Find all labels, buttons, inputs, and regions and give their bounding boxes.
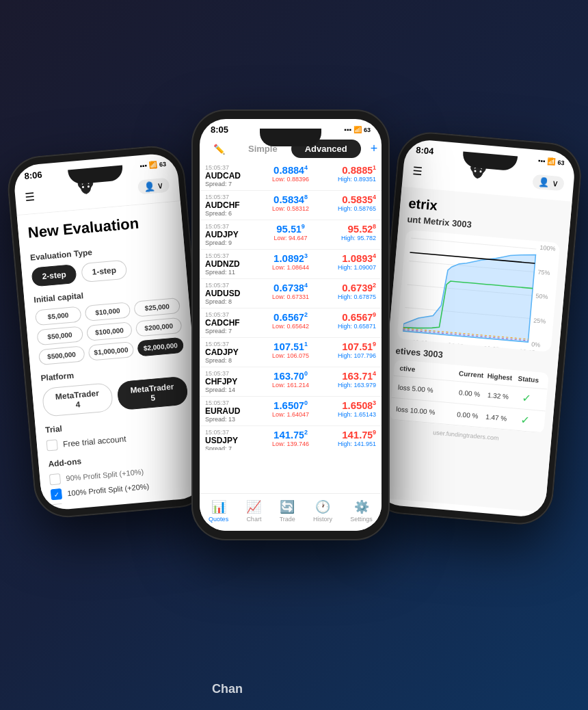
- right-wifi-icon: 📶: [547, 157, 556, 166]
- battery-icon: 63: [159, 160, 166, 168]
- add-icon[interactable]: +: [361, 137, 382, 160]
- eval-type-1step[interactable]: 1-step: [81, 260, 127, 283]
- obj-name-2: loss 10.00 %: [396, 405, 454, 417]
- cap-500k[interactable]: $500,000: [38, 345, 85, 365]
- quote-cadjpy: 15:05:37 CADJPY Spread: 8 107.511 Low: 1…: [200, 338, 382, 367]
- user-icon[interactable]: 👤 ∨: [137, 177, 170, 194]
- cap-2m[interactable]: $2,000,000: [137, 337, 184, 357]
- col-header-highest: Highest: [485, 372, 515, 382]
- objectives-table: ctive Current Highest Status loss 5.00 %…: [390, 360, 549, 433]
- right-status-icons: ▪▪▪ 📶 63: [538, 157, 565, 166]
- objectives-section: etives 3003 ctive Current Highest Status…: [390, 345, 550, 433]
- tab-quotes-label: Quotes: [209, 516, 228, 523]
- addon-label-1: 90% Profit Split (+10%): [66, 467, 144, 482]
- phone-left: 8:06 ▪▪▪ 📶 63 ☰ 👤 ∨ New Evaluation: [5, 144, 213, 521]
- quote-audchf: 15:05:37 AUDCHF Spread: 6 0.58348 Low: 0…: [200, 191, 382, 220]
- mt5-button[interactable]: MetaTrader 5: [116, 376, 188, 410]
- addon-label-3: 7 Day Payout (+10%): [68, 498, 141, 505]
- center-status-icons: ▪▪▪ 📶 63: [344, 126, 371, 133]
- phone-center: 8:05 ▪▪▪ 📶 63 ✏️ Simple Advanced + 15:05…: [191, 109, 390, 540]
- quote-usdjpy: 15:05:37 USDJPY Spread: 7 141.752 Low: 1…: [200, 426, 382, 450]
- quote-cadchf: 15:05:37 CADCHF Spread: 7 0.65672 Low: 0…: [200, 308, 382, 338]
- quotes-list: 15:05:37 AUDCAD Spread: 7 0.88844 Low: 0…: [200, 161, 382, 450]
- cap-25k[interactable]: $25,000: [134, 298, 181, 317]
- cap-1m[interactable]: $1,000,000: [88, 341, 134, 361]
- trial-section: Trial Free trial account: [45, 412, 192, 451]
- chart-svg: [403, 235, 554, 346]
- cap-50k[interactable]: $50,000: [36, 326, 83, 345]
- history-icon: 🕐: [315, 499, 330, 514]
- quote-audusd: 15:05:37 AUDUSD Spread: 8 0.67384 Low: 0…: [200, 279, 382, 308]
- capital-grid: $5,000 $10,000 $25,000 $50,000 $100,000 …: [35, 298, 184, 365]
- eval-type-2step[interactable]: 2-step: [31, 264, 77, 287]
- quotes-icon: 📊: [211, 499, 226, 514]
- quote-audcad: 15:05:37 AUDCAD Spread: 7 0.88844 Low: 0…: [200, 161, 382, 191]
- check-icon-2: ✓: [520, 414, 529, 426]
- wifi-icon: 📶: [149, 161, 158, 169]
- tab-history[interactable]: 🕐 History: [313, 499, 332, 523]
- tab-trade-label: Trade: [280, 516, 295, 523]
- right-time: 8:04: [416, 144, 434, 156]
- addons-section: Add-ons 90% Profit Split (+10%) ✓ 100% P…: [48, 447, 197, 505]
- tab-quotes[interactable]: 📊 Quotes: [209, 499, 228, 523]
- page-title: New Evaluation: [27, 211, 173, 241]
- phone-right-screen: 8:04 ▪▪▪ 📶 63 ☰ 👤 ∨ etrix unt Metrix 30: [374, 138, 576, 518]
- right-content: etrix unt Metrix 3003 100% 75% 50% 25% 0…: [375, 187, 572, 512]
- trial-checkbox[interactable]: [46, 439, 57, 451]
- phone-center-screen: 8:05 ▪▪▪ 📶 63 ✏️ Simple Advanced + 15:05…: [200, 119, 382, 531]
- chart-area: 100% 75% 50% 25% 0%: [397, 230, 560, 352]
- trade-icon: 🔄: [280, 499, 295, 514]
- tab-trade[interactable]: 🔄 Trade: [280, 499, 295, 523]
- chart-icon: 📈: [246, 499, 261, 514]
- col-header-current: Current: [457, 369, 486, 380]
- mt4-button[interactable]: MetaTrader 4: [42, 382, 113, 417]
- platform-group: MetaTrader 4 MetaTrader 5: [42, 376, 189, 417]
- center-signal-icon: ▪▪▪: [344, 126, 351, 133]
- pencil-icon[interactable]: ✏️: [204, 140, 235, 159]
- right-user-icon[interactable]: 👤 ∨: [533, 174, 565, 191]
- svg-line-4: [411, 238, 536, 249]
- obj-status-2: ✓: [510, 412, 539, 428]
- cap-100k[interactable]: $100,000: [86, 321, 133, 341]
- chan-label: Chan: [212, 682, 243, 696]
- obj-status-1: ✓: [512, 391, 542, 406]
- quote-audnzd: 15:05:37 AUDNZD Spread: 11 1.08923 Low: …: [200, 250, 382, 279]
- settings-icon: ⚙️: [354, 499, 369, 514]
- right-battery-icon: 63: [557, 159, 565, 166]
- signal-icon: ▪▪▪: [139, 161, 148, 170]
- left-status-icons: ▪▪▪ 📶 63: [139, 160, 166, 170]
- center-time: 8:05: [211, 124, 228, 135]
- check-icon-1: ✓: [522, 392, 531, 404]
- tab-chart[interactable]: 📈 Chart: [246, 499, 261, 523]
- addon-label-2: 100% Profit Split (+20%): [67, 482, 150, 497]
- phone-right: 8:04 ▪▪▪ 📶 63 ☰ 👤 ∨ etrix unt Metrix 30: [366, 129, 584, 527]
- tab-chart-label: Chart: [246, 516, 261, 523]
- right-menu-icon[interactable]: ☰: [412, 164, 423, 178]
- left-time: 8:06: [24, 170, 42, 181]
- right-signal-icon: ▪▪▪: [538, 157, 546, 165]
- tab-history-label: History: [313, 516, 332, 523]
- cap-10k[interactable]: $10,000: [84, 302, 131, 321]
- center-battery-icon: 63: [364, 127, 371, 133]
- col-header-objective: ctive: [399, 365, 457, 377]
- addon-checkbox-3[interactable]: [52, 503, 64, 506]
- bottom-tab-bar: 📊 Quotes 📈 Chart 🔄 Trade 🕐 History ⚙️ Se…: [200, 493, 382, 531]
- addon-checkbox-2[interactable]: ✓: [51, 488, 62, 500]
- obj-highest-2: 1.47 %: [481, 412, 511, 423]
- cap-200k[interactable]: $200,000: [135, 317, 182, 337]
- trial-option-label: Free trial account: [62, 434, 126, 449]
- phone-left-screen: 8:06 ▪▪▪ 📶 63 ☰ 👤 ∨ New Evaluation: [12, 153, 206, 512]
- quote-chfjpy: 15:05:37 CHFJPY Spread: 14 163.700 Low: …: [200, 367, 382, 397]
- col-header-status: Status: [513, 374, 543, 384]
- tab-settings[interactable]: ⚙️ Settings: [350, 499, 373, 523]
- center-wifi-icon: 📶: [353, 126, 362, 133]
- obj-current-2: 0.00 %: [453, 410, 482, 421]
- menu-icon[interactable]: ☰: [25, 189, 36, 203]
- obj-highest-1: 1.32 %: [483, 391, 513, 401]
- quote-audjpy: 15:05:37 AUDJPY Spread: 9 95.519 Low: 94…: [200, 220, 382, 250]
- phone-center-notch: [260, 129, 321, 146]
- tab-settings-label: Settings: [350, 516, 373, 523]
- obj-current-1: 0.00 %: [455, 389, 484, 399]
- cap-5k[interactable]: $5,000: [35, 306, 81, 326]
- addon-checkbox-1[interactable]: [49, 473, 61, 485]
